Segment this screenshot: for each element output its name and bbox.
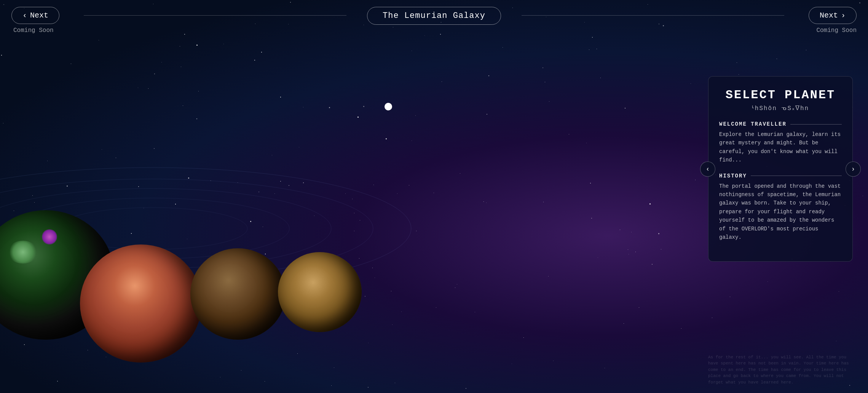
header: ‹ Next Coming Soon The Lemurian Galaxy N… xyxy=(0,0,868,34)
panel-nav-right: › xyxy=(846,161,861,177)
planets-area xyxy=(0,104,640,370)
coming-soon-left: Coming Soon xyxy=(11,27,54,34)
prev-button[interactable]: ‹ Next xyxy=(11,7,59,24)
planet-indicator-dot xyxy=(385,103,392,110)
next-button[interactable]: Next › xyxy=(809,7,857,24)
welcome-section-title: WELCOME TRAVELLER xyxy=(719,121,842,127)
history-section-title: HISTORY xyxy=(719,173,842,179)
panel-prev-button[interactable]: ‹ xyxy=(700,161,715,177)
info-panel: ‹ SELECT PLANET ᒻhShōn ᓀS᙮ᐁhn WELCOME TR… xyxy=(708,76,853,262)
next-arrow-icon: › xyxy=(841,11,846,20)
history-section-text: The portal opened and through the vast n… xyxy=(719,182,842,242)
bottom-faded-text: As for the rest of it... you will see. A… xyxy=(708,354,853,386)
prev-button-label: Next xyxy=(30,11,48,20)
header-center: The Lemurian Galaxy xyxy=(367,7,501,25)
planet-tan[interactable] xyxy=(278,252,362,332)
panel-nav-left: ‹ xyxy=(700,161,715,177)
galaxy-title-button[interactable]: The Lemurian Galaxy xyxy=(367,7,501,25)
nav-left: ‹ Next Coming Soon xyxy=(11,7,59,34)
next-button-label: Next xyxy=(820,11,838,20)
panel-next-button[interactable]: › xyxy=(846,161,861,177)
panel-title: SELECT PLANET xyxy=(719,88,842,102)
welcome-section-text: Explore the Lemurian galaxy, learn its g… xyxy=(719,130,842,165)
prev-arrow-icon: ‹ xyxy=(22,11,27,20)
header-line-left xyxy=(84,15,346,16)
panel-subtitle: ᒻhShōn ᓀS᙮ᐁhn xyxy=(719,104,842,112)
planet-brown-creature[interactable] xyxy=(190,248,286,340)
planet-reddish[interactable] xyxy=(80,244,202,363)
header-line-right xyxy=(522,15,784,16)
nav-right: Next › Coming Soon xyxy=(809,7,857,34)
coming-soon-right: Coming Soon xyxy=(814,27,857,34)
